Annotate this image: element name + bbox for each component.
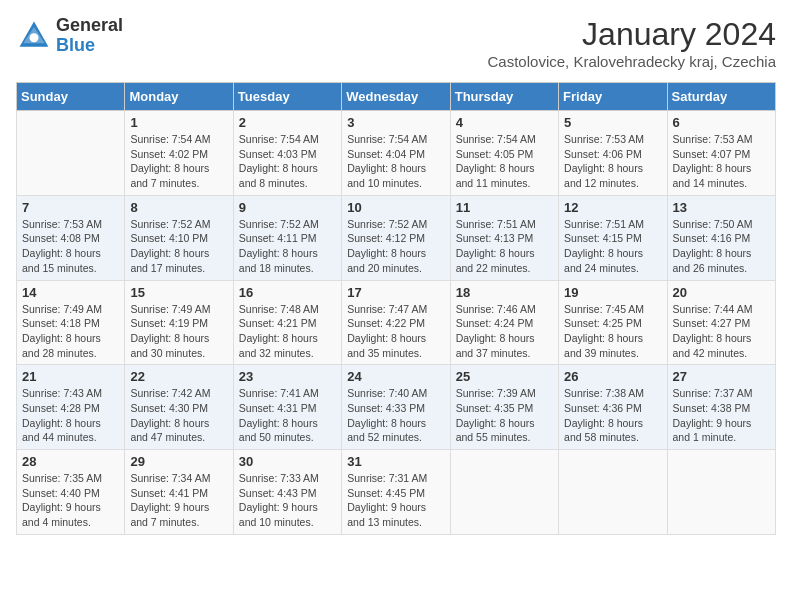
day-number: 18	[456, 285, 553, 300]
svg-point-2	[30, 33, 39, 42]
calendar-cell: 17Sunrise: 7:47 AM Sunset: 4:22 PM Dayli…	[342, 280, 450, 365]
day-number: 5	[564, 115, 661, 130]
day-number: 26	[564, 369, 661, 384]
calendar-cell: 10Sunrise: 7:52 AM Sunset: 4:12 PM Dayli…	[342, 195, 450, 280]
day-number: 28	[22, 454, 119, 469]
calendar-cell	[450, 450, 558, 535]
day-info: Sunrise: 7:41 AM Sunset: 4:31 PM Dayligh…	[239, 386, 336, 445]
day-info: Sunrise: 7:51 AM Sunset: 4:15 PM Dayligh…	[564, 217, 661, 276]
day-number: 19	[564, 285, 661, 300]
day-number: 15	[130, 285, 227, 300]
weekday-header-thursday: Thursday	[450, 83, 558, 111]
day-number: 11	[456, 200, 553, 215]
calendar-week-3: 14Sunrise: 7:49 AM Sunset: 4:18 PM Dayli…	[17, 280, 776, 365]
day-number: 9	[239, 200, 336, 215]
weekday-header-saturday: Saturday	[667, 83, 775, 111]
logo-icon	[16, 18, 52, 54]
calendar-cell: 12Sunrise: 7:51 AM Sunset: 4:15 PM Dayli…	[559, 195, 667, 280]
weekday-header-row: SundayMondayTuesdayWednesdayThursdayFrid…	[17, 83, 776, 111]
day-info: Sunrise: 7:47 AM Sunset: 4:22 PM Dayligh…	[347, 302, 444, 361]
calendar-cell: 25Sunrise: 7:39 AM Sunset: 4:35 PM Dayli…	[450, 365, 558, 450]
calendar-cell: 15Sunrise: 7:49 AM Sunset: 4:19 PM Dayli…	[125, 280, 233, 365]
day-number: 27	[673, 369, 770, 384]
day-info: Sunrise: 7:45 AM Sunset: 4:25 PM Dayligh…	[564, 302, 661, 361]
calendar-cell: 22Sunrise: 7:42 AM Sunset: 4:30 PM Dayli…	[125, 365, 233, 450]
day-number: 24	[347, 369, 444, 384]
weekday-header-sunday: Sunday	[17, 83, 125, 111]
calendar-cell: 21Sunrise: 7:43 AM Sunset: 4:28 PM Dayli…	[17, 365, 125, 450]
day-info: Sunrise: 7:54 AM Sunset: 4:02 PM Dayligh…	[130, 132, 227, 191]
calendar-week-5: 28Sunrise: 7:35 AM Sunset: 4:40 PM Dayli…	[17, 450, 776, 535]
calendar-cell: 2Sunrise: 7:54 AM Sunset: 4:03 PM Daylig…	[233, 111, 341, 196]
day-number: 29	[130, 454, 227, 469]
day-info: Sunrise: 7:53 AM Sunset: 4:06 PM Dayligh…	[564, 132, 661, 191]
day-info: Sunrise: 7:37 AM Sunset: 4:38 PM Dayligh…	[673, 386, 770, 445]
calendar-cell: 5Sunrise: 7:53 AM Sunset: 4:06 PM Daylig…	[559, 111, 667, 196]
day-info: Sunrise: 7:48 AM Sunset: 4:21 PM Dayligh…	[239, 302, 336, 361]
day-number: 25	[456, 369, 553, 384]
logo-text: General Blue	[56, 16, 123, 56]
calendar-cell: 11Sunrise: 7:51 AM Sunset: 4:13 PM Dayli…	[450, 195, 558, 280]
day-number: 10	[347, 200, 444, 215]
calendar-table: SundayMondayTuesdayWednesdayThursdayFrid…	[16, 82, 776, 535]
calendar-cell: 19Sunrise: 7:45 AM Sunset: 4:25 PM Dayli…	[559, 280, 667, 365]
month-year: January 2024	[488, 16, 776, 53]
day-info: Sunrise: 7:46 AM Sunset: 4:24 PM Dayligh…	[456, 302, 553, 361]
day-info: Sunrise: 7:54 AM Sunset: 4:04 PM Dayligh…	[347, 132, 444, 191]
day-number: 22	[130, 369, 227, 384]
day-number: 31	[347, 454, 444, 469]
day-number: 2	[239, 115, 336, 130]
calendar-cell	[559, 450, 667, 535]
location: Castolovice, Kralovehradecky kraj, Czech…	[488, 53, 776, 70]
calendar-body: 1Sunrise: 7:54 AM Sunset: 4:02 PM Daylig…	[17, 111, 776, 535]
day-info: Sunrise: 7:33 AM Sunset: 4:43 PM Dayligh…	[239, 471, 336, 530]
logo: General Blue	[16, 16, 123, 56]
day-number: 13	[673, 200, 770, 215]
day-number: 7	[22, 200, 119, 215]
calendar-cell: 26Sunrise: 7:38 AM Sunset: 4:36 PM Dayli…	[559, 365, 667, 450]
weekday-header-wednesday: Wednesday	[342, 83, 450, 111]
day-info: Sunrise: 7:49 AM Sunset: 4:18 PM Dayligh…	[22, 302, 119, 361]
day-info: Sunrise: 7:52 AM Sunset: 4:10 PM Dayligh…	[130, 217, 227, 276]
calendar-cell: 23Sunrise: 7:41 AM Sunset: 4:31 PM Dayli…	[233, 365, 341, 450]
calendar-cell: 27Sunrise: 7:37 AM Sunset: 4:38 PM Dayli…	[667, 365, 775, 450]
day-number: 23	[239, 369, 336, 384]
day-number: 1	[130, 115, 227, 130]
day-info: Sunrise: 7:34 AM Sunset: 4:41 PM Dayligh…	[130, 471, 227, 530]
calendar-cell: 28Sunrise: 7:35 AM Sunset: 4:40 PM Dayli…	[17, 450, 125, 535]
day-number: 16	[239, 285, 336, 300]
day-info: Sunrise: 7:52 AM Sunset: 4:12 PM Dayligh…	[347, 217, 444, 276]
logo-blue: Blue	[56, 36, 123, 56]
day-info: Sunrise: 7:53 AM Sunset: 4:07 PM Dayligh…	[673, 132, 770, 191]
day-number: 21	[22, 369, 119, 384]
day-info: Sunrise: 7:54 AM Sunset: 4:03 PM Dayligh…	[239, 132, 336, 191]
calendar-week-4: 21Sunrise: 7:43 AM Sunset: 4:28 PM Dayli…	[17, 365, 776, 450]
calendar-cell	[17, 111, 125, 196]
logo-general: General	[56, 16, 123, 36]
day-number: 20	[673, 285, 770, 300]
calendar-cell: 4Sunrise: 7:54 AM Sunset: 4:05 PM Daylig…	[450, 111, 558, 196]
day-info: Sunrise: 7:31 AM Sunset: 4:45 PM Dayligh…	[347, 471, 444, 530]
day-info: Sunrise: 7:54 AM Sunset: 4:05 PM Dayligh…	[456, 132, 553, 191]
calendar-cell: 16Sunrise: 7:48 AM Sunset: 4:21 PM Dayli…	[233, 280, 341, 365]
calendar-header: SundayMondayTuesdayWednesdayThursdayFrid…	[17, 83, 776, 111]
calendar-cell: 1Sunrise: 7:54 AM Sunset: 4:02 PM Daylig…	[125, 111, 233, 196]
calendar-week-1: 1Sunrise: 7:54 AM Sunset: 4:02 PM Daylig…	[17, 111, 776, 196]
calendar-cell: 20Sunrise: 7:44 AM Sunset: 4:27 PM Dayli…	[667, 280, 775, 365]
day-number: 6	[673, 115, 770, 130]
day-info: Sunrise: 7:43 AM Sunset: 4:28 PM Dayligh…	[22, 386, 119, 445]
calendar-cell: 13Sunrise: 7:50 AM Sunset: 4:16 PM Dayli…	[667, 195, 775, 280]
weekday-header-friday: Friday	[559, 83, 667, 111]
day-info: Sunrise: 7:53 AM Sunset: 4:08 PM Dayligh…	[22, 217, 119, 276]
day-number: 14	[22, 285, 119, 300]
day-number: 17	[347, 285, 444, 300]
day-info: Sunrise: 7:35 AM Sunset: 4:40 PM Dayligh…	[22, 471, 119, 530]
day-number: 30	[239, 454, 336, 469]
day-info: Sunrise: 7:52 AM Sunset: 4:11 PM Dayligh…	[239, 217, 336, 276]
calendar-cell: 3Sunrise: 7:54 AM Sunset: 4:04 PM Daylig…	[342, 111, 450, 196]
calendar-cell: 6Sunrise: 7:53 AM Sunset: 4:07 PM Daylig…	[667, 111, 775, 196]
day-info: Sunrise: 7:39 AM Sunset: 4:35 PM Dayligh…	[456, 386, 553, 445]
day-number: 8	[130, 200, 227, 215]
day-number: 4	[456, 115, 553, 130]
calendar-cell: 8Sunrise: 7:52 AM Sunset: 4:10 PM Daylig…	[125, 195, 233, 280]
